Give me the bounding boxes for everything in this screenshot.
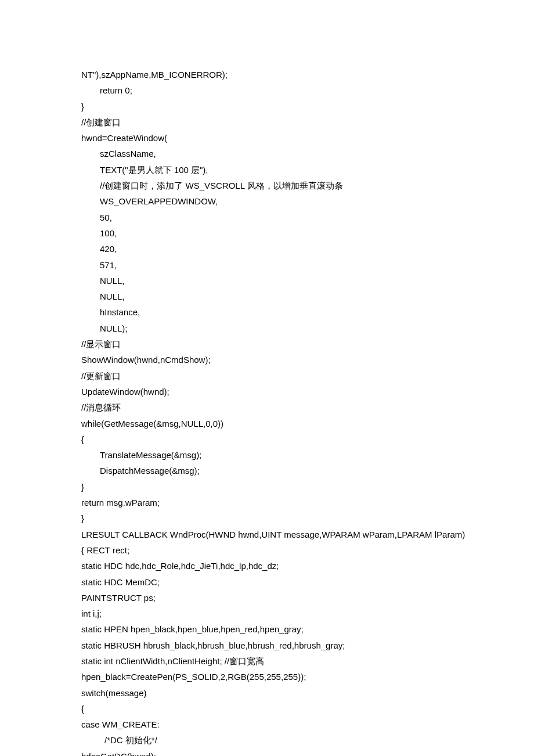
code-line: hInstance,: [81, 304, 453, 320]
code-line: LRESULT CALLBACK WndProc(HWND hwnd,UINT …: [81, 527, 453, 542]
code-line: //消息循环: [81, 399, 453, 415]
code-line: //更新窗口: [81, 368, 453, 384]
code-line: PAINTSTRUCT ps;: [81, 590, 453, 606]
code-line: static HDC hdc,hdc_Role,hdc_JieTi,hdc_lp…: [81, 558, 453, 574]
code-line: hwnd=CreateWindow(: [81, 130, 453, 146]
code-line: switch(message): [81, 685, 453, 701]
code-line: DispatchMessage(&msg);: [81, 463, 453, 478]
code-line: 571,: [81, 257, 453, 273]
code-line: szClassName,: [81, 146, 453, 161]
code-line: while(GetMessage(&msg,NULL,0,0)): [81, 416, 453, 431]
code-line: ShowWindow(hwnd,nCmdShow);: [81, 352, 453, 368]
code-line: 420,: [81, 241, 453, 257]
code-line: return 0;: [81, 82, 453, 98]
code-line: TEXT("是男人就下 100 层"),: [81, 162, 453, 178]
code-line: {: [81, 431, 453, 447]
code-line: {: [81, 701, 453, 717]
code-line: UpdateWindow(hwnd);: [81, 384, 453, 399]
code-line: static int nClientWidth,nClientHeight; /…: [81, 653, 453, 669]
code-line: NULL);: [81, 321, 453, 336]
code-line: 100,: [81, 225, 453, 241]
code-line: NT"),szAppName,MB_ICONERROR);: [81, 67, 453, 82]
code-line: static HDC MemDC;: [81, 574, 453, 590]
code-line: static HBRUSH hbrush_black,hbrush_blue,h…: [81, 638, 453, 653]
code-line: { RECT rect;: [81, 542, 453, 558]
code-line: TranslateMessage(&msg);: [81, 447, 453, 463]
code-line: static HPEN hpen_black,hpen_blue,hpen_re…: [81, 621, 453, 637]
code-line: }: [81, 99, 453, 114]
code-line: }: [81, 510, 453, 526]
code-line: //显示窗口: [81, 336, 453, 352]
code-line: hpen_black=CreatePen(PS_SOLID,2,RGB(255,…: [81, 669, 453, 685]
code-line: /*DC 初始化*/: [81, 732, 453, 748]
code-line: //创建窗口时，添加了 WS_VSCROLL 风格，以增加垂直滚动条: [81, 178, 453, 193]
code-line: }: [81, 479, 453, 495]
code-line: return msg.wParam;: [81, 495, 453, 510]
code-line: NULL,: [81, 289, 453, 304]
code-line: WS_OVERLAPPEDWINDOW,: [81, 193, 453, 209]
code-line: case WM_CREATE:: [81, 717, 453, 732]
code-block: NT"),szAppName,MB_ICONERROR);return 0;}/…: [81, 67, 453, 756]
code-line: int i,j;: [81, 606, 453, 621]
code-line: //创建窗口: [81, 114, 453, 130]
document-page: NT"),szAppName,MB_ICONERROR);return 0;}/…: [0, 0, 534, 756]
code-line: 50,: [81, 210, 453, 225]
code-line: NULL,: [81, 273, 453, 289]
code-line: hdc=GetDC(hwnd);: [81, 748, 453, 756]
